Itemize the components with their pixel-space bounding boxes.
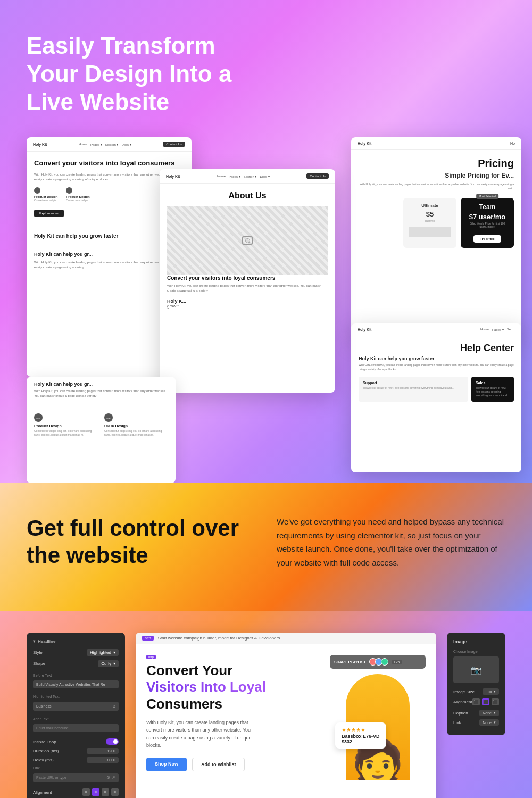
right-align-left[interactable]: ⬛ [472, 698, 480, 705]
editor-duration-input[interactable]: 1200 [87, 748, 119, 754]
editor-url-badge: httр [142, 636, 154, 641]
editor-link-section: Link Paste URL or type ⚙ ↗ [33, 766, 119, 782]
editor-url-text: Start website campaign builder, made for… [158, 636, 280, 641]
editor-alignment-row: Alignment ≡ ≡ ≡ ≡ [33, 788, 119, 796]
ss-contact-btn-center: Contact Us [306, 173, 329, 179]
editor-highlighted-input[interactable]: Business B [33, 702, 119, 711]
ss-product-design-card: now Product Design Conset retur adipis c… [34, 413, 98, 437]
ss-about-title: About Us [167, 191, 328, 201]
ss-logo-pricing: Holy Kit [358, 142, 371, 145]
editor-caption-select[interactable]: None ▾ [479, 710, 499, 716]
ss-nav-center: Holy Kit Home Pages ▾ Section ▾ Docs ▾ C… [160, 169, 335, 184]
editor-delay-input[interactable]: 8000 [87, 757, 119, 763]
ss-help-cards: Support Browse our library of 400+ free … [351, 377, 521, 402]
editor-shape-select[interactable]: Curly ▾ [98, 660, 119, 667]
editor-caption-row: Caption None ▾ [453, 710, 499, 716]
editor-shop-btn[interactable]: Shop Now [146, 758, 187, 771]
editor-sidebar: ▾ Headline Style Highlighted ▾ Shape Cur… [27, 633, 125, 798]
ss-nav-links: Home Pages ▾ Section ▾ Docs ▾ [79, 143, 131, 146]
editor-infinite-label: Infinite Loop [33, 739, 56, 744]
editor-delay-row: Delay (ms) 8000 [33, 757, 119, 763]
ss-pricing-title: Pricing [351, 150, 521, 172]
ss-plan-dark-name: Team [466, 203, 509, 211]
ss-help-body: With GetElementorKit, you can create lan… [351, 363, 521, 377]
editor-right-align-row: Alignment ⬛ ⬛ ⬛ [453, 698, 499, 705]
editor-infinite-loop-row: Infinite Loop [33, 738, 119, 745]
hero-title: Easily Transform Your Design Into a Live… [27, 32, 250, 116]
ss-about-img [167, 206, 328, 275]
ss-feature-dot-2 [66, 187, 72, 194]
share-avatar-3 [381, 658, 388, 666]
editor-layout: ▾ Headline Style Highlighted ▾ Shape Cur… [27, 633, 505, 798]
align-center-btn[interactable]: ≡ [92, 788, 99, 796]
ss-most-selected-badge: Most Selected [476, 194, 498, 199]
editor-style-select[interactable]: Highlighted ▾ [87, 649, 119, 656]
align-left-btn[interactable]: ≡ [82, 788, 90, 796]
editor-caption-label: Caption [453, 711, 468, 716]
editor-image-placeholder[interactable]: 📷 [453, 656, 499, 683]
middle-description: We've got everything you need and helped… [277, 515, 505, 569]
middle-section: Get full control over the website We've … [0, 483, 532, 611]
image-upload-icon: 📷 [471, 665, 481, 675]
screenshot-help-center: Holy Kit Home Pages ▾ Sec... Help Center… [351, 323, 521, 472]
product-badge: ★★★★★ Bassbox E76-VD $332 [335, 722, 386, 749]
ss-sales-title: Sales [476, 381, 510, 385]
ss-logo-help: Holy Kit [358, 328, 371, 331]
editor-style-label: Style [33, 650, 43, 655]
editor-highlighted-label: Highlighted Text [33, 695, 119, 699]
right-align-center[interactable]: ⬛ [482, 698, 489, 705]
editor-two-col: httр Convert Your Visitors Into Loyal Co… [146, 655, 426, 780]
ss-uiux-dot: now [104, 413, 113, 422]
editor-add-btn[interactable]: Add to Wishlist [192, 758, 245, 771]
editor-size-label: Image Size [453, 689, 475, 694]
editor-infinite-toggle[interactable] [106, 738, 119, 745]
editor-link-label: Link [33, 766, 119, 770]
share-avatars [369, 658, 388, 666]
editor-size-select[interactable]: Full ▾ [483, 688, 499, 695]
editor-headline-highlight: Visitors Into Loyal [146, 679, 266, 695]
align-right-btn[interactable]: ≡ [102, 788, 109, 796]
editor-choose-image-label: Choose Image [453, 650, 499, 653]
editor-align-label: Alignment [33, 790, 52, 795]
ss-plan-price: $7 user/mo [466, 213, 509, 221]
screenshot-about-us: Holy Kit Home Pages ▾ Section ▾ Docs ▾ C… [160, 169, 335, 393]
ss-feature-2: Product Design Conset retur adipis [66, 187, 89, 202]
align-justify-btn[interactable]: ≡ [111, 788, 119, 796]
editor-after-input[interactable]: Enter your headline [33, 724, 119, 732]
ss-stat-text: Holy Kit can help you grow faster [34, 233, 118, 239]
ss-light-price-note: user/mo [409, 219, 451, 222]
ss-try-btn: Try it free [473, 235, 501, 243]
ss-product-title: Product Design [34, 424, 98, 428]
editor-align-buttons: ≡ ≡ ≡ ≡ [82, 788, 119, 796]
screenshot-pricing: Holy Kit Ho Pricing Simple Pricing for E… [351, 137, 521, 339]
ss-holy-k: Holy K... [167, 298, 328, 304]
product-name: Bassbox E76-VD [342, 734, 380, 739]
editor-delay-label: Delay (ms) [33, 758, 54, 762]
person-illustration-area: 🧑 ★★★★★ Bassbox E76-VD $332 [330, 674, 426, 780]
editor-link-input[interactable]: Paste URL or type ⚙ ↗ [33, 773, 119, 782]
editor-link-select[interactable]: None ▾ [479, 719, 499, 726]
link-icon: ⚙ [106, 775, 110, 780]
ss-product-text: Conset retur adipis cing elit. Sit ornar… [34, 429, 98, 437]
editor-right-link-label: Link [453, 720, 461, 725]
editor-left-content: httр Convert Your Visitors Into Loyal Co… [146, 655, 322, 780]
ss-sales-text: Browse our library of 400+ free lessons … [476, 386, 510, 397]
top-section: Easily Transform Your Design Into a Live… [0, 0, 532, 483]
ss-design-cards: now Product Design Conset retur adipis c… [27, 408, 176, 442]
editor-before-input[interactable]: Build Visually Attractive Websites That … [33, 680, 119, 688]
ss-nav-links-center: Home Pages ▾ Section ▾ Docs ▾ [217, 174, 270, 178]
right-align-right[interactable]: ⬛ [492, 698, 499, 705]
editor-product-area: SHARE PLAYLIST +26 [330, 655, 426, 780]
ss-uiux-design-card: now UI/UX Design Conset retur adipis cin… [104, 413, 168, 437]
editor-right-align-buttons: ⬛ ⬛ ⬛ [472, 698, 499, 705]
editor-before-text-section: Before Text Build Visually Attractive We… [33, 674, 119, 688]
ss-about-content: About Us Convert your visitors into loya… [160, 184, 335, 316]
editor-action-buttons: Shop Now Add to Wishlist [146, 758, 322, 771]
ss-light-btn-placeholder [409, 227, 451, 237]
editor-right-panel: Image Choose Image 📷 Image Size Full ▾ A… [447, 633, 505, 735]
ss-plan-ultimate: Ultimate $5 user/mo [403, 198, 456, 248]
ss-nav-pricing: Holy Kit Ho [351, 137, 521, 150]
ss-light-price: $5 [409, 210, 451, 218]
ss-nav-right-pricing: Ho [510, 142, 515, 145]
ss-pricing-subtitle: Simple Pricing for Ev... [351, 172, 521, 182]
